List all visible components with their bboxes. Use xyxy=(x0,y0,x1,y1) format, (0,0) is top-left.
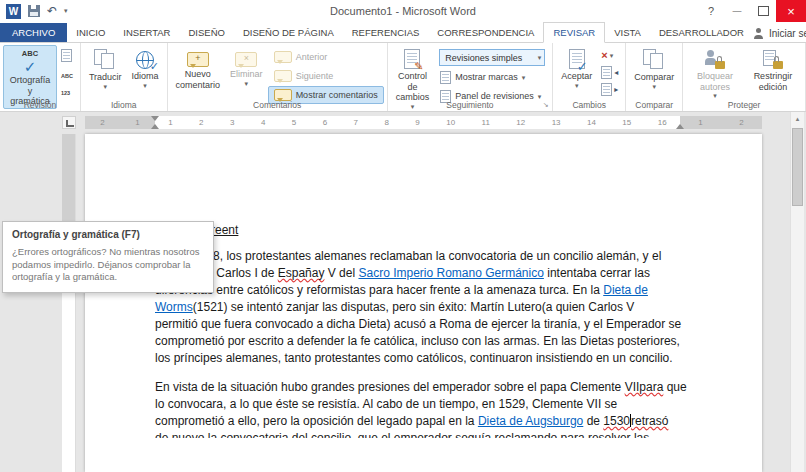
previous-comment-icon xyxy=(274,51,292,63)
tab-selector[interactable] xyxy=(62,116,76,129)
tab-referencias[interactable]: REFERENCIAS xyxy=(343,23,429,42)
thesaurus-button[interactable] xyxy=(59,65,75,80)
define-icon xyxy=(61,49,72,62)
chevron-down-icon xyxy=(538,54,542,61)
misspelled-text: VIIpara xyxy=(625,380,664,394)
language-button[interactable]: ✓ Idioma xyxy=(127,45,164,97)
chevron-down-icon xyxy=(538,93,542,100)
ribbon-tab-bar: ARCHIVO INICIO INSERTAR DISEÑO DISEÑO DE… xyxy=(0,22,806,43)
tab-archivo[interactable]: ARCHIVO xyxy=(0,23,67,42)
hyperlink[interactable]: Dieta de xyxy=(603,283,648,297)
word-count-button[interactable] xyxy=(59,82,75,97)
block-authors-icon xyxy=(705,49,725,69)
translate-button[interactable]: Traducir xyxy=(84,45,127,97)
tab-diseno[interactable]: DISEÑO xyxy=(180,23,234,42)
ruler-number: 5 xyxy=(292,118,296,127)
maximize-button[interactable] xyxy=(750,0,776,22)
document-page[interactable]: Cocilio detreentDesde 1518, los protesta… xyxy=(85,134,762,472)
chevron-down-icon xyxy=(103,83,107,90)
text-run: V del xyxy=(324,266,358,280)
text-run: En vista de la situación hubo grandes pr… xyxy=(155,380,625,394)
scroll-up-arrow[interactable] xyxy=(791,112,804,126)
block-authors-button[interactable]: Bloquear autores xyxy=(686,45,744,101)
previous-change-icon xyxy=(601,66,612,79)
first-line-indent-marker[interactable] xyxy=(151,116,159,121)
paragraph: Desde 1518, los protestantes alemanes re… xyxy=(155,248,692,367)
new-comment-button[interactable]: + Nuevo comentario xyxy=(171,45,226,104)
group-label-comparar: Comparar xyxy=(626,100,682,110)
qat-customize-chevron-icon[interactable] xyxy=(64,7,68,15)
text-run: intentaba cerrar las xyxy=(544,266,650,280)
accept-icon: ✓ xyxy=(569,49,585,69)
dialog-launcher-icon[interactable] xyxy=(541,100,550,109)
sign-in-button[interactable]: Iniciar sesión xyxy=(753,28,806,42)
translate-icon xyxy=(94,49,116,70)
delete-comment-button[interactable]: × Eliminar xyxy=(225,45,268,104)
scroll-thumb[interactable] xyxy=(792,128,803,206)
minimize-button[interactable] xyxy=(724,0,750,22)
show-markup-button[interactable]: Mostrar marcas xyxy=(434,68,549,86)
chevron-down-icon xyxy=(610,52,614,59)
tab-revisar[interactable]: REVISAR xyxy=(543,22,605,43)
person-icon xyxy=(753,28,764,39)
reject-button[interactable] xyxy=(599,48,620,63)
spelling-grammar-button[interactable]: Ortografía y gramática xyxy=(3,45,57,109)
chevron-down-icon xyxy=(652,83,656,90)
group-proteger: Bloquear autores Restringir edición Prot… xyxy=(683,43,806,111)
tab-desarrollador[interactable]: DESARROLLADOR xyxy=(650,23,753,42)
compare-button[interactable]: Comparar xyxy=(629,45,679,97)
text-run: que xyxy=(663,380,686,394)
define-button[interactable] xyxy=(59,48,75,63)
left-indent-marker[interactable] xyxy=(151,124,159,129)
hyperlink[interactable]: Worms xyxy=(155,300,193,314)
text-line: de nuevo la convocatoria del concilio, q… xyxy=(155,430,692,438)
right-indent-marker[interactable] xyxy=(676,124,684,129)
group-label-revision: Revisión xyxy=(0,100,80,110)
close-button[interactable] xyxy=(776,0,806,22)
accept-button[interactable]: ✓ Aceptar xyxy=(556,45,597,100)
horizontal-ruler[interactable]: 21 12345678910111213141516 12 xyxy=(85,116,762,129)
help-button[interactable] xyxy=(698,0,724,22)
ruler-number: 10 xyxy=(446,118,455,127)
previous-comment-button[interactable]: Anterior xyxy=(268,48,384,66)
previous-change-button[interactable]: ◂ xyxy=(599,65,620,80)
ruler-number: 8 xyxy=(384,118,388,127)
next-change-icon xyxy=(601,83,612,96)
tab-correspondencia[interactable]: CORRESPONDENCIA xyxy=(428,23,543,42)
group-cambios: ✓ Aceptar ◂ ▸ Cambios xyxy=(553,43,626,111)
tab-inicio[interactable]: INICIO xyxy=(67,23,114,42)
display-for-review-dropdown[interactable]: Revisiones simples xyxy=(439,49,545,66)
hyperlink[interactable]: Sacro Imperio Romano Germánico xyxy=(358,266,543,280)
text-run: los príncipes alemanes, tanto protestant… xyxy=(155,351,673,365)
thesaurus-icon xyxy=(61,64,73,82)
chevron-down-icon xyxy=(245,80,249,87)
word-logo-icon[interactable] xyxy=(6,4,21,19)
text-run: comprometió a ello, pero la oposición de… xyxy=(155,414,478,428)
next-change-button[interactable]: ▸ xyxy=(599,82,620,97)
tooltip-body: ¿Errores ortográficos? No mientras nosot… xyxy=(12,246,204,284)
compare-label: Comparar xyxy=(634,72,674,83)
vertical-ruler[interactable] xyxy=(62,134,76,472)
text-line: Worms(1521) se intentó zanjar las disput… xyxy=(155,299,692,316)
tooltip-title: Ortografía y gramática (F7) xyxy=(12,229,204,240)
save-icon[interactable] xyxy=(28,5,40,17)
ruler-number: 13 xyxy=(552,118,561,127)
hyperlink[interactable]: Dieta de Augsburgo xyxy=(478,414,583,428)
vertical-scrollbar[interactable] xyxy=(790,112,804,472)
text-run: diferencias entre católicos y reformista… xyxy=(155,283,603,297)
tab-diseno-de-pagina[interactable]: DISEÑO DE PÁGINA xyxy=(234,23,343,42)
ruler-left-margin: 21 xyxy=(85,116,155,129)
text-line: diferencias entre católicos y reformista… xyxy=(155,282,692,299)
text-run: Desde 1518, los protestantes alemanes re… xyxy=(155,249,661,263)
document-area: 21 12345678910111213141516 12 Cocilio de… xyxy=(0,112,806,472)
tab-insertar[interactable]: INSERTAR xyxy=(114,23,179,42)
ruler-number: 16 xyxy=(658,118,667,127)
undo-icon[interactable] xyxy=(47,5,57,17)
ruler-number: 6 xyxy=(323,118,327,127)
tab-vista[interactable]: VISTA xyxy=(605,23,650,42)
next-comment-button[interactable]: Siguiente xyxy=(268,67,384,85)
ruler-number: 15 xyxy=(622,118,631,127)
restrict-editing-button[interactable]: Restringir edición xyxy=(744,45,802,101)
ruler-number: 1 xyxy=(135,118,139,127)
delete-comment-icon: × xyxy=(235,52,257,67)
